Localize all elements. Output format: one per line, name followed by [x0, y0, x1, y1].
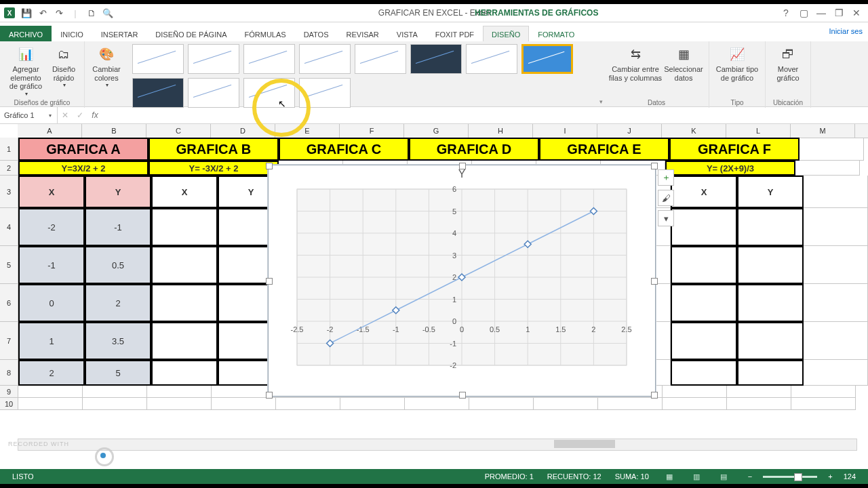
tab-revisar[interactable]: REVISAR — [338, 26, 388, 41]
btn-change-chart-type[interactable]: 📈Cambiar tipo de gráfico — [713, 43, 761, 82]
tab-foxit[interactable]: Foxit PDF — [427, 26, 483, 41]
chart-handle[interactable] — [651, 392, 658, 399]
tab-archivo[interactable]: ARCHIVO — [0, 26, 52, 41]
cell[interactable]: GRAFICA F — [669, 138, 800, 161]
chart-handle[interactable] — [459, 392, 466, 399]
tab-diseno[interactable]: DISEÑO — [483, 26, 529, 41]
row-header-3[interactable]: 3 — [0, 176, 18, 208]
cell[interactable] — [671, 322, 737, 360]
styles-more-icon[interactable]: ▾ — [599, 98, 603, 105]
col-header-M[interactable]: M — [791, 124, 855, 138]
window-minimize-icon[interactable]: — — [812, 7, 830, 18]
chart-style-11[interactable] — [243, 78, 295, 108]
cell[interactable] — [18, 386, 83, 398]
cell[interactable] — [804, 246, 868, 284]
cell[interactable]: GRAFICA C — [279, 138, 409, 161]
chart-handle[interactable] — [266, 278, 273, 285]
chart-handle[interactable] — [266, 392, 273, 399]
worksheet[interactable]: ABCDEFGHIJKLM 1GRAFICA AGRAFICA BGRAFICA… — [0, 124, 868, 470]
chart-style-10[interactable] — [188, 78, 239, 108]
row-header-9[interactable]: 9 — [0, 386, 18, 398]
cell[interactable] — [804, 360, 868, 386]
cell[interactable] — [151, 208, 218, 246]
cell[interactable] — [147, 398, 212, 410]
row-header-8[interactable]: 8 — [0, 360, 18, 386]
name-box-dropdown-icon[interactable]: ▾ — [46, 113, 54, 119]
cell[interactable] — [791, 386, 856, 398]
cell[interactable]: -2 — [18, 208, 85, 246]
chart-plot[interactable]: -2-10123456-2.5-2-1.5-1-0.500.511.522.5 — [288, 184, 636, 382]
zoom-slider[interactable] — [763, 476, 817, 478]
chart-style-2[interactable] — [188, 44, 239, 74]
row-header-7[interactable]: 7 — [0, 322, 18, 360]
tab-inicio[interactable]: INICIO — [52, 26, 92, 41]
column-headers[interactable]: ABCDEFGHIJKLM — [18, 124, 868, 138]
btn-quick-layout[interactable]: 🗂Diseño rápido▾ — [47, 43, 80, 97]
cell[interactable]: 0 — [18, 284, 85, 322]
embedded-chart[interactable]: Y -2-10123456-2.5-2-1.5-1-0.500.511.522.… — [268, 165, 656, 396]
view-normal-icon[interactable]: ▦ — [663, 472, 676, 481]
row-header-4[interactable]: 4 — [0, 208, 18, 246]
cell[interactable]: GRAFICA B — [149, 138, 279, 161]
col-header-H[interactable]: H — [469, 124, 533, 138]
row-header-6[interactable]: 6 — [0, 284, 18, 322]
cell[interactable] — [663, 398, 727, 410]
name-box-input[interactable] — [3, 110, 46, 120]
cell[interactable]: -1 — [18, 246, 85, 284]
chart-style-8-selected[interactable] — [521, 44, 573, 74]
btn-add-chart-element[interactable]: 📊Agregar elemento de gráfico▾ — [4, 43, 47, 97]
fx-icon[interactable]: fx — [87, 110, 102, 120]
cell[interactable] — [737, 246, 804, 284]
cell[interactable] — [405, 398, 469, 410]
chart-style-7[interactable] — [466, 44, 517, 74]
cell[interactable] — [804, 176, 868, 208]
name-box[interactable]: ▾ — [0, 107, 58, 123]
col-header-E[interactable]: E — [275, 124, 340, 138]
cell[interactable]: 1 — [18, 322, 85, 360]
btn-select-data[interactable]: ▦Seleccionar datos — [663, 43, 705, 82]
btn-move-chart[interactable]: 🗗Mover gráfico — [770, 43, 806, 82]
chart-style-button[interactable]: 🖌 — [658, 190, 674, 206]
cell[interactable] — [151, 284, 218, 322]
zoom-control[interactable]: − + 124 — [741, 472, 863, 481]
ribbon-options-icon[interactable]: ▢ — [795, 7, 812, 18]
cell[interactable]: 2 — [85, 284, 151, 322]
view-pagebreak-icon[interactable]: ▤ — [717, 472, 730, 481]
cell[interactable] — [727, 386, 791, 398]
cell[interactable]: GRAFICA D — [409, 138, 539, 161]
col-header-J[interactable]: J — [597, 124, 662, 138]
cell[interactable] — [727, 398, 791, 410]
zoom-in-icon[interactable]: + — [828, 472, 832, 481]
tab-formulas[interactable]: FÓRMULAS — [236, 26, 295, 41]
cell[interactable] — [671, 360, 737, 386]
chart-style-6[interactable] — [410, 44, 462, 74]
cell[interactable] — [212, 398, 276, 410]
chart-style-9[interactable] — [132, 78, 184, 108]
cell[interactable] — [151, 360, 218, 386]
row-header-5[interactable]: 5 — [0, 246, 18, 284]
cell[interactable]: X — [671, 176, 737, 208]
col-header-D[interactable]: D — [211, 124, 275, 138]
cell[interactable]: Y= -3X/2 + 2 — [149, 161, 279, 176]
row-header-10[interactable]: 10 — [0, 398, 18, 410]
chart-handle[interactable] — [459, 163, 466, 169]
qat-save-icon[interactable]: 💾 — [19, 5, 34, 20]
cell[interactable]: Y — [85, 176, 151, 208]
cell[interactable]: 5 — [85, 360, 151, 386]
cell[interactable] — [804, 284, 868, 322]
chart-style-1[interactable] — [132, 44, 184, 74]
cell[interactable] — [804, 322, 868, 360]
chart-style-5[interactable] — [355, 44, 406, 74]
chart-styles-gallery[interactable]: ▾ — [128, 41, 604, 106]
cell[interactable] — [671, 246, 737, 284]
chart-handle[interactable] — [651, 278, 658, 285]
zoom-out-icon[interactable]: − — [748, 472, 752, 481]
cell[interactable]: GRAFICA A — [18, 138, 149, 161]
scroll-thumb[interactable] — [554, 440, 615, 448]
cell[interactable] — [737, 208, 804, 246]
cell[interactable]: 3.5 — [85, 322, 151, 360]
col-header-A[interactable]: A — [18, 124, 82, 138]
cell[interactable] — [663, 386, 727, 398]
cell[interactable] — [671, 208, 737, 246]
qat-redo-icon[interactable]: ↷ — [52, 5, 66, 20]
